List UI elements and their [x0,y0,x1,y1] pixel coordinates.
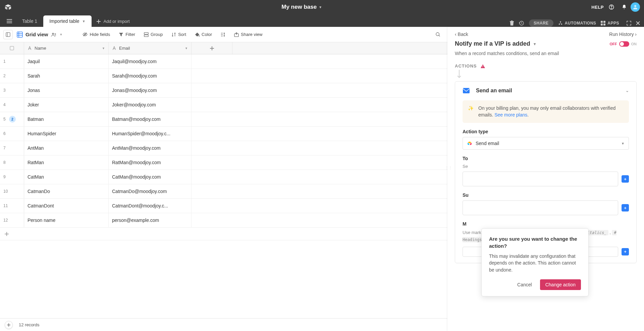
back-button[interactable]: ‹ Back [455,32,468,37]
cell-email[interactable]: CatMan@moodjoy.com [109,170,192,184]
close-icon[interactable] [636,21,640,25]
to-label: To [463,156,629,161]
column-header-name[interactable]: Name ▼ [24,42,109,54]
share-button[interactable]: SHARE [529,19,553,27]
see-plans-link[interactable]: See more plans [494,112,527,117]
cell-name[interactable]: Sarah [24,69,109,83]
table-row[interactable]: 8 RatMan RatMan@moodjoy.com [0,155,447,170]
automation-toggle[interactable]: OFF ON [610,41,637,47]
select-all-checkbox[interactable] [0,42,24,54]
cell-name[interactable]: Jonas [24,83,109,97]
cell-name[interactable]: AntMan [24,141,109,155]
chevron-down-icon: ▼ [60,33,63,36]
table-row[interactable]: 10 CatmanDo CatmanDo@moodjoy.com [0,184,447,199]
add-table-button[interactable]: Add or import [92,16,135,27]
run-history-button[interactable]: Run History › [609,32,637,37]
table-row[interactable]: 9 CatMan CatMan@moodjoy.com [0,170,447,184]
column-header-email[interactable]: Email ▼ [109,42,192,54]
row-number: 9 [0,170,24,184]
cell-name[interactable]: CatmanDo [24,184,109,198]
chevron-down-icon[interactable]: ⌄ [626,88,629,93]
hide-fields-button[interactable]: Hide fields [79,30,113,39]
action-type-select[interactable]: Send email ▼ [463,137,629,150]
add-row-button[interactable] [0,228,447,240]
to-input[interactable] [463,172,618,186]
switch-icon [619,41,629,47]
add-token-button[interactable]: + [622,175,629,183]
table-row[interactable]: 4 Joker Joker@moodjoy.com [0,98,447,112]
cell-email[interactable]: CatmanDont@moodjoy.c... [109,199,192,213]
logo-icon[interactable] [4,3,12,11]
table-row[interactable]: 2 Sarah Sarah@moodjoy.com [0,69,447,83]
comment-badge[interactable]: 2 [9,116,16,123]
cell-name[interactable]: Batman [24,112,109,126]
menu-icon[interactable] [3,15,16,27]
cell-email[interactable]: Jaquil@moodjoy.com [109,54,192,68]
help-icon[interactable] [608,4,614,10]
apps-button[interactable]: APPS [601,21,619,26]
cancel-button[interactable]: Cancel [512,279,537,290]
table-row[interactable]: 52 Batman Batman@moodjoy.com [0,112,447,127]
footer-add-button[interactable] [5,321,13,329]
color-button[interactable]: Color [192,30,215,39]
base-title[interactable]: My new base ▼ [12,4,591,10]
plan-note-text: On your billing plan, you may only email… [478,105,624,118]
chevron-down-icon[interactable]: ▼ [185,47,188,50]
add-column-button[interactable] [192,42,232,54]
row-height-button[interactable] [217,30,229,39]
history-icon[interactable] [519,20,524,26]
cube-icon [467,141,472,146]
search-button[interactable] [432,30,444,39]
table-row[interactable]: 1 Jaquil Jaquil@moodjoy.com [0,54,447,69]
table-row[interactable]: 7 AntMan AntMan@moodjoy.com [0,141,447,155]
cell-email[interactable]: Jonas@moodjoy.com [109,83,192,97]
table-row[interactable]: 6 HumanSpider HumanSpider@moodjoy.c... [0,127,447,141]
cell-name[interactable]: Joker [24,98,109,112]
share-view-button[interactable]: Share view [231,30,266,39]
chevron-down-icon: ▼ [533,42,537,46]
automations-button[interactable]: AUTOMATIONS [558,21,596,26]
group-button[interactable]: Group [141,30,166,39]
automation-title-row: Notify me if a VIP is added ▼ OFF ON [447,40,644,49]
drag-handle-icon[interactable]: ⋮⋮ [445,166,452,170]
cell-email[interactable]: Sarah@moodjoy.com [109,69,192,83]
cell-name[interactable]: RatMan [24,155,109,170]
cell-name[interactable]: Jaquil [24,54,109,68]
sidebar-toggle[interactable] [3,30,13,39]
add-token-button[interactable]: + [622,204,629,211]
cell-email[interactable]: person@example.com [109,213,192,227]
cell-email[interactable]: HumanSpider@moodjoy.c... [109,127,192,141]
action-type-value: Send email [476,141,499,146]
table-row[interactable]: 3 Jonas Jonas@moodjoy.com [0,83,447,98]
cell-email[interactable]: Joker@moodjoy.com [109,98,192,112]
change-action-button[interactable]: Change action [540,279,581,290]
table-row[interactable]: 12 Person name person@example.com [0,213,447,228]
table-row[interactable]: 11 CatmanDont CatmanDont@moodjoy.c... [0,199,447,213]
cell-name[interactable]: CatmanDont [24,199,109,213]
filter-button[interactable]: Filter [115,30,139,39]
sort-button[interactable]: Sort [168,30,190,39]
arrow-down-icon [447,68,644,81]
cell-name[interactable]: CatMan [24,170,109,184]
add-token-button[interactable]: + [622,248,629,255]
automation-title[interactable]: Notify me if a VIP is added ▼ [455,40,537,47]
cell-email[interactable]: RatMan@moodjoy.com [109,155,192,170]
cell-email[interactable]: AntMan@moodjoy.com [109,141,192,155]
avatar[interactable] [631,2,640,12]
action-header[interactable]: Send an email ⌄ [463,88,629,94]
cell-email[interactable]: Batman@moodjoy.com [109,112,192,126]
tab-imported-table[interactable]: Imported table ▼ [43,15,91,27]
help-link[interactable]: HELP [591,5,604,10]
view-name[interactable]: Grid view ▼ [17,32,62,38]
cell-email[interactable]: CatmanDo@moodjoy.com [109,184,192,198]
cell-name[interactable]: Person name [24,213,109,227]
tab-label: Imported table [49,18,79,24]
bell-icon[interactable] [621,4,627,10]
tab-table-1[interactable]: Table 1 [16,15,43,27]
expand-icon[interactable] [627,21,631,26]
off-text: OFF [610,42,617,46]
trash-icon[interactable] [509,20,514,26]
chevron-down-icon[interactable]: ▼ [102,47,105,50]
subject-input[interactable] [463,200,618,215]
cell-name[interactable]: HumanSpider [24,127,109,141]
